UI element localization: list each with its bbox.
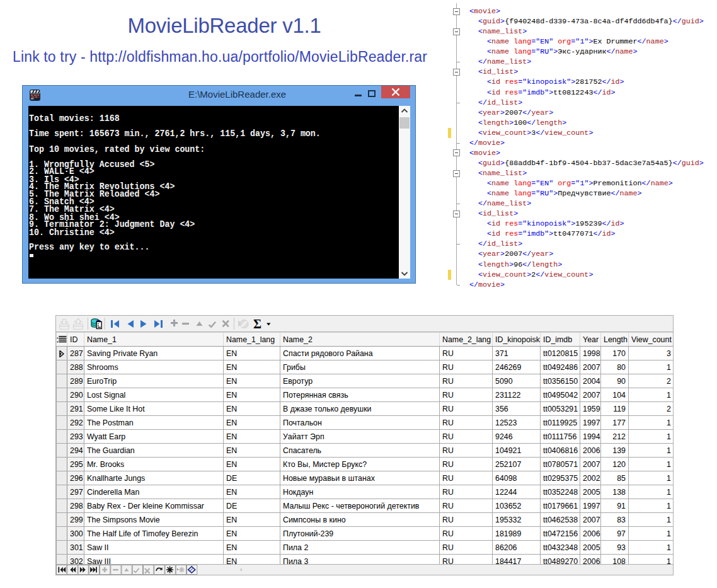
svg-text:Σ: Σ: [253, 317, 261, 331]
svg-text:‹: ‹: [240, 566, 242, 573]
